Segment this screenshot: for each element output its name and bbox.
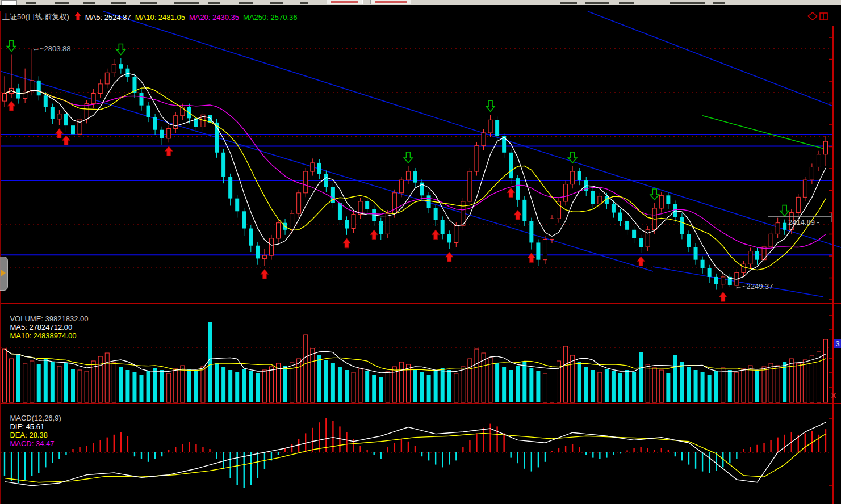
toolbar-glyph-stub[interactable] bbox=[26, 2, 36, 4]
volume-bars[interactable] bbox=[3, 322, 828, 402]
symbol-title: 上证50(日线.前复权) bbox=[2, 12, 69, 22]
top-toolbar bbox=[0, 0, 841, 5]
toolbar-glyph-stub[interactable] bbox=[208, 2, 220, 4]
toolbar-glyph-stub[interactable] bbox=[174, 2, 199, 4]
right-axis bbox=[829, 26, 833, 504]
macd-title: MACD(12,26,9) bbox=[10, 414, 61, 422]
price-pane-legend: 上证50(日线.前复权) MA5: 2524.87 MA10: 2481.05 … bbox=[2, 12, 301, 22]
volume-scale-badge[interactable]: 3 bbox=[834, 339, 841, 348]
toolbar-sell-button-stub[interactable] bbox=[370, 0, 411, 4]
legend-ma20: MA20: 2430.35 bbox=[189, 13, 239, 22]
legend-ma5: MA5: 2524.87 bbox=[85, 13, 131, 22]
toolbar-glyph-stub[interactable] bbox=[270, 2, 283, 4]
window-split-icon bbox=[820, 13, 827, 20]
sidebar-expander-tab[interactable] bbox=[0, 257, 8, 291]
macd-pane-legend: MACD(12,26,9) DIF: 45.61 DEA: 28.38 MACD… bbox=[2, 405, 66, 456]
price-gridlines bbox=[1, 49, 832, 268]
toolbar-glyph-stub[interactable] bbox=[140, 2, 157, 4]
chart-canvas[interactable] bbox=[0, 0, 841, 504]
ma250-line bbox=[702, 116, 826, 149]
macd-value: MACD: 34.47 bbox=[10, 439, 54, 448]
toolbar-glyph-stub[interactable] bbox=[619, 2, 634, 4]
toolbar-glyph-stub[interactable] bbox=[670, 2, 705, 4]
volume-ma10: MA10: 24838974.00 bbox=[10, 331, 76, 340]
macd-dea: DEA: 28.38 bbox=[10, 431, 48, 439]
legend-ma250: MA250: 2570.36 bbox=[243, 13, 297, 22]
chart-corner-buttons[interactable] bbox=[808, 12, 827, 20]
toolbar-glyph-stub[interactable] bbox=[83, 2, 95, 4]
toolbar-input-stub[interactable] bbox=[1, 0, 17, 5]
volume-ma5: MA5: 27824712.00 bbox=[10, 323, 72, 331]
pane-close-button[interactable]: X bbox=[831, 390, 836, 400]
toolbar-glyph-stub[interactable] bbox=[111, 2, 126, 4]
trendlines[interactable] bbox=[0, 11, 841, 297]
diamond-tool-icon bbox=[808, 12, 817, 20]
low-price-label: ←~2249.37 bbox=[735, 282, 773, 291]
candlestick-series[interactable] bbox=[3, 49, 828, 290]
volume-pane bbox=[1, 322, 832, 402]
toolbar-glyph-stub[interactable] bbox=[713, 2, 725, 4]
toolbar-glyph-stub[interactable] bbox=[585, 2, 609, 4]
legend-ma10: MA10: 2481.05 bbox=[135, 13, 185, 22]
price-pane bbox=[0, 11, 841, 301]
high-price-label: ←~2803.88 bbox=[32, 44, 71, 53]
macd-dif: DIF: 45.61 bbox=[10, 422, 44, 431]
toolbar-glyph-stub[interactable] bbox=[55, 2, 69, 4]
toolbar-glyph-stub[interactable] bbox=[300, 2, 308, 4]
volume-value: VOLUME: 39821832.00 bbox=[10, 314, 88, 323]
volume-ma10-line bbox=[5, 349, 826, 371]
volume-pane-legend: VOLUME: 39821832.00 MA5: 27824712.00 MA1… bbox=[2, 306, 93, 348]
toolbar-glyph-stub[interactable] bbox=[239, 2, 253, 4]
toolbar-glyph-stub[interactable] bbox=[560, 2, 577, 4]
trading-app-window: 上证50(日线.前复权) MA5: 2524.87 MA10: 2481.05 … bbox=[0, 0, 841, 504]
macd-pane bbox=[1, 418, 832, 488]
toolbar-buy-button-stub[interactable] bbox=[327, 0, 363, 4]
current-price-label: 2414.89 - bbox=[788, 218, 819, 226]
up-arrow-icon bbox=[74, 12, 81, 22]
horizontal-support-lines[interactable] bbox=[0, 135, 832, 255]
expand-right-icon bbox=[1, 270, 6, 276]
sell-signal-arrows bbox=[7, 40, 789, 216]
